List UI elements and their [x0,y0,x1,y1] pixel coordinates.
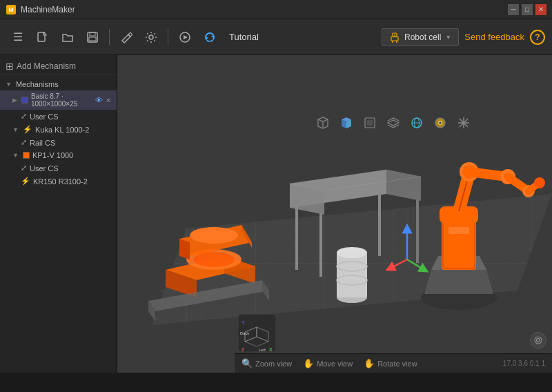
maximize-button[interactable]: □ [522,4,533,15]
minimize-button[interactable]: ─ [508,4,519,15]
add-icon: ⊞ [6,61,14,72]
view-toolbar [235,110,552,135]
basic87-eye-icon[interactable]: 👁 [95,96,103,104]
svg-point-84 [535,337,542,344]
svg-text:Left: Left [259,348,266,352]
sidebar: ⊞ Add Mechanism ▼ Mechanisms ▶ Basic 8.7… [0,55,117,373]
basic87-close-icon[interactable]: ✕ [106,97,111,104]
viewport[interactable]: Z X Y Back Left 🔍 Zoom view ✋ Move view … [117,55,552,373]
kuka-arrow: ▼ [12,126,19,133]
coordinates: 17.0 3.6 0.1 1 [503,360,545,367]
svg-text:Y: Y [241,320,245,325]
cube-solid-button[interactable] [337,113,356,133]
kr150-icon: ⚡ [21,177,30,186]
tree-item-kuka[interactable]: ▼ ⚡ Kuka KL 1000-2 [0,123,117,136]
scene-container [117,55,552,353]
svg-point-46 [193,252,235,267]
kuka-icon: ⚡ [23,125,32,134]
zoom-view-item: 🔍 Zoom view [241,358,292,369]
svg-rect-10 [391,37,398,41]
svg-point-9 [394,35,395,36]
robot-cell-button[interactable]: Robot cell ▼ [382,28,459,46]
svg-text:X: X [269,347,273,352]
robot-cell-label: Robot cell [404,32,441,42]
svg-marker-55 [424,270,493,294]
user-cs-2-label: User CS [30,164,59,173]
rotate-icon: ✋ [364,358,375,369]
svg-rect-5 [89,37,96,41]
globe-button[interactable] [407,113,426,133]
mechanisms-label: Mechanisms [16,80,59,88]
save-button[interactable] [81,26,103,48]
cube-wireframe-button[interactable] [313,113,333,133]
svg-text:Back: Back [240,331,250,335]
toolbar-right: Robot cell ▼ Send feedback ? [382,28,545,46]
zoom-label: Zoom view [255,360,292,368]
cube-face-button[interactable] [360,113,379,133]
svg-point-6 [149,35,153,39]
basic87-color [21,97,28,104]
svg-text:M: M [8,6,14,13]
kp1v-label: KP1-V 1000 [32,151,73,159]
svg-point-85 [537,339,540,342]
user-cs-1-icon: ⤢ [21,112,27,121]
settings-button[interactable] [140,26,162,48]
svg-point-38 [337,247,367,258]
robot-cell-chevron: ▼ [445,34,451,41]
play-button[interactable] [174,26,196,48]
rail-cs-icon: ⤢ [21,138,27,147]
tree-item-user-cs-2[interactable]: ⤢ User CS [0,161,117,175]
scissors-button[interactable] [454,113,473,133]
kp1v-arrow: ▼ [12,152,19,159]
main-area: ⊞ Add Mechanism ▼ Mechanisms ▶ Basic 8.7… [0,55,552,373]
main-toolbar: ☰ Tutorial Robot cell [0,19,552,55]
add-mechanism-label: Add Mechanism [17,61,76,71]
robot-icon [389,32,400,43]
sync-button[interactable] [199,26,221,48]
send-feedback-button[interactable]: Send feedback [464,32,524,42]
camera-button[interactable] [530,332,546,349]
add-mechanism-button[interactable]: ⊞ Add Mechanism [0,58,117,75]
open-button[interactable] [57,26,79,48]
tree-item-basic87[interactable]: ▶ Basic 8.7 · 1000×1000×25 👁 ✕ [0,90,117,110]
tree-item-kp1v[interactable]: ▼ KP1-V 1000 [0,149,117,161]
rotate-view-item: ✋ Rotate view [364,358,417,369]
svg-rect-71 [448,227,469,234]
toolbar-title: Tutorial [229,32,259,42]
kr150-label: KR150 R3100-2 [33,177,88,186]
zoom-icon: 🔍 [241,358,253,369]
scene-svg [117,55,552,353]
tree-item-user-cs-1[interactable]: ⤢ User CS [0,110,117,123]
tree-item-kr150[interactable]: ⚡ KR150 R3100-2 [0,175,117,188]
basic87-arrow: ▶ [12,97,17,104]
help-button[interactable]: ? [530,30,545,45]
titlebar-left: M MachineMaker [6,4,75,15]
user-cs-1-label: User CS [30,112,59,121]
rotate-label: Rotate view [377,360,417,368]
user-cs-2-icon: ⤢ [21,164,27,173]
rail-cs-label: Rail CS [30,139,55,147]
title-bar: M MachineMaker ─ □ ✕ [0,0,552,19]
svg-point-70 [534,177,545,188]
svg-point-20 [440,122,442,124]
move-label: Move view [317,360,353,368]
edit-button[interactable] [115,26,137,48]
eye-circle-button[interactable] [431,113,450,133]
layers-button[interactable] [384,113,403,133]
menu-button[interactable]: ☰ [7,26,29,48]
move-view-item: ✋ Move view [303,358,353,369]
kp1v-color [23,152,30,159]
basic87-label: Basic 8.7 · 1000×1000×25 [31,92,91,108]
svg-text:Z: Z [241,347,245,352]
mechanisms-arrow: ▼ [6,81,12,88]
close-button[interactable]: ✕ [535,4,546,15]
move-icon: ✋ [303,358,314,369]
app-title: MachineMaker [21,5,75,14]
svg-point-50 [190,227,238,244]
tree-item-rail-cs[interactable]: ⤢ Rail CS [0,136,117,149]
svg-rect-14 [367,120,373,126]
kuka-label: Kuka KL 1000-2 [35,126,89,134]
status-bar: 🔍 Zoom view ✋ Move view ✋ Rotate view 17… [235,353,552,373]
mechanisms-section: ▼ Mechanisms [0,78,117,90]
new-button[interactable] [32,26,54,48]
